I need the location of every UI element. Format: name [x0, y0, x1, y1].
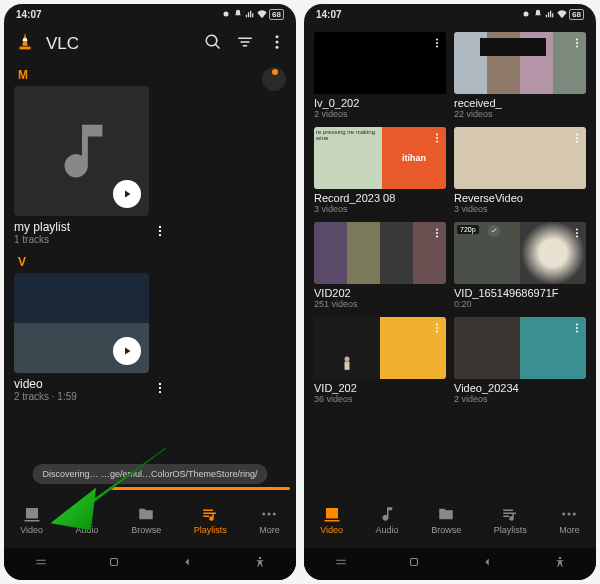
back-icon[interactable]: [180, 555, 194, 573]
svg-rect-36: [345, 362, 350, 370]
svg-point-42: [576, 331, 578, 333]
svg-point-30: [436, 232, 438, 234]
svg-point-10: [159, 391, 161, 393]
svg-point-26: [576, 134, 578, 136]
svg-point-3: [276, 41, 279, 44]
svg-point-21: [576, 42, 578, 44]
nav-playlists[interactable]: Playlists: [494, 505, 527, 535]
svg-point-12: [268, 513, 271, 516]
play-icon[interactable]: [113, 180, 141, 208]
nav-more[interactable]: More: [259, 505, 280, 535]
more-vert-icon[interactable]: [431, 320, 443, 338]
video-folder[interactable]: ReverseVideo 3 videos: [454, 127, 586, 214]
accessibility-icon[interactable]: [553, 555, 567, 573]
nav-audio[interactable]: Audio: [76, 505, 99, 535]
sort-icon[interactable]: [236, 33, 254, 55]
playlist-card-video[interactable]: video 2 tracks · 1:59: [14, 273, 149, 402]
svg-point-15: [258, 557, 260, 559]
svg-point-16: [524, 12, 529, 17]
recent-apps-icon[interactable]: [34, 555, 48, 573]
nav-video[interactable]: Video: [320, 505, 343, 535]
svg-point-24: [436, 137, 438, 139]
video-folder[interactable]: received_ 22 videos: [454, 32, 586, 119]
svg-point-32: [576, 229, 578, 231]
status-time: 14:07: [16, 9, 42, 20]
svg-point-20: [576, 39, 578, 41]
svg-point-37: [436, 324, 438, 326]
svg-point-33: [576, 232, 578, 234]
video-item[interactable]: 720p VID_165149686971F 0:20: [454, 222, 586, 309]
more-vert-icon[interactable]: [431, 35, 443, 53]
more-vert-icon[interactable]: [153, 381, 167, 399]
svg-point-41: [576, 327, 578, 329]
playlist-meta: 2 tracks · 1:59: [14, 391, 149, 402]
svg-rect-46: [410, 559, 417, 566]
svg-point-2: [276, 35, 279, 38]
svg-point-0: [224, 12, 229, 17]
svg-point-27: [576, 137, 578, 139]
svg-point-35: [345, 357, 350, 362]
playlist-title: my playlist: [14, 220, 149, 234]
svg-point-19: [436, 46, 438, 48]
app-title: VLC: [46, 34, 194, 54]
video-folder[interactable]: VID202 251 videos: [314, 222, 446, 309]
bottom-nav: Video Audio Browse Playlists More: [4, 494, 296, 546]
phone-left-playlists: 14:07 68 VLC M: [4, 4, 296, 580]
svg-point-34: [576, 236, 578, 238]
home-icon[interactable]: [107, 555, 121, 573]
svg-point-13: [273, 513, 276, 516]
app-header: VLC: [4, 24, 296, 64]
more-vert-icon[interactable]: [431, 130, 443, 148]
svg-point-39: [436, 331, 438, 333]
svg-point-25: [436, 141, 438, 143]
nav-audio[interactable]: Audio: [376, 505, 399, 535]
scanning-toast: Discovering… …ge/emul…ColorOS/ThemeStore…: [32, 464, 267, 484]
home-icon[interactable]: [407, 555, 421, 573]
vlc-cone-icon: [14, 31, 36, 57]
svg-point-8: [159, 383, 161, 385]
svg-point-29: [436, 229, 438, 231]
more-vert-icon[interactable]: [153, 224, 167, 242]
video-folder[interactable]: Iv_0_202 2 videos: [314, 32, 446, 119]
svg-point-45: [573, 513, 576, 516]
status-time: 14:07: [316, 9, 342, 20]
svg-point-31: [436, 236, 438, 238]
video-folder[interactable]: Video_20234 2 videos: [454, 317, 586, 404]
nav-playlists[interactable]: Playlists: [194, 505, 227, 535]
nav-browse[interactable]: Browse: [431, 505, 461, 535]
svg-point-18: [436, 42, 438, 44]
svg-point-40: [576, 324, 578, 326]
play-icon[interactable]: [113, 337, 141, 365]
svg-point-44: [568, 513, 571, 516]
svg-point-7: [159, 234, 161, 236]
bottom-nav: Video Audio Browse Playlists More: [304, 494, 596, 546]
nav-browse[interactable]: Browse: [131, 505, 161, 535]
playlist-card-my-playlist[interactable]: my playlist 1 tracks: [14, 86, 149, 245]
seen-check-icon: [488, 225, 500, 237]
progress-bar: [109, 487, 290, 490]
back-icon[interactable]: [480, 555, 494, 573]
more-vert-icon[interactable]: [571, 130, 583, 148]
section-letter-v: V: [18, 255, 286, 269]
nav-more[interactable]: More: [559, 505, 580, 535]
more-vert-icon[interactable]: [268, 33, 286, 55]
svg-point-4: [276, 46, 279, 49]
svg-point-17: [436, 39, 438, 41]
more-vert-icon[interactable]: [571, 320, 583, 338]
system-nav-bar: [304, 548, 596, 580]
video-folder[interactable]: VID_202 36 videos: [314, 317, 446, 404]
svg-point-47: [558, 557, 560, 559]
nav-video[interactable]: Video: [20, 505, 43, 535]
more-vert-icon[interactable]: [431, 225, 443, 243]
svg-point-6: [159, 230, 161, 232]
quality-badge: 720p: [457, 225, 479, 234]
status-bar: 14:07 68: [304, 4, 596, 24]
search-icon[interactable]: [204, 33, 222, 55]
accessibility-icon[interactable]: [253, 555, 267, 573]
more-vert-icon[interactable]: [571, 225, 583, 243]
more-vert-icon[interactable]: [571, 35, 583, 53]
recent-apps-icon[interactable]: [334, 555, 348, 573]
video-folder[interactable]: re pressing ire making wine itihan Recor…: [314, 127, 446, 214]
svg-point-9: [159, 387, 161, 389]
system-nav-bar: [4, 548, 296, 580]
